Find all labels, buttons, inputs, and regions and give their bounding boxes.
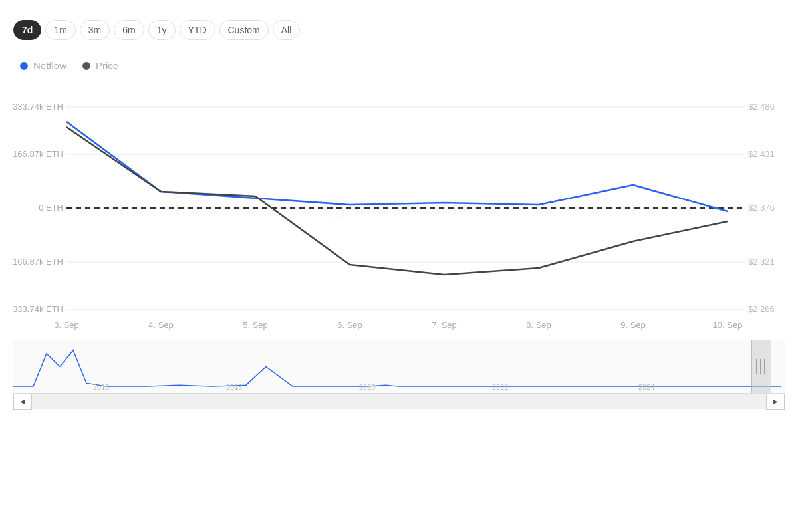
- svg-text:9. Sep: 9. Sep: [620, 320, 646, 330]
- mini-chart: 2016 2018 2020 2022 2024: [13, 340, 785, 393]
- time-btn-1y[interactable]: 1y: [148, 20, 176, 40]
- scroll-right-btn[interactable]: ▶: [766, 394, 785, 410]
- svg-text:-333.74k ETH: -333.74k ETH: [13, 304, 63, 314]
- time-range-bar: 7d1m3m6m1yYTDCustomAll: [13, 13, 785, 47]
- scrollbar[interactable]: ◀ ▶: [13, 393, 785, 409]
- scroll-track[interactable]: [32, 394, 766, 409]
- svg-text:0 ETH: 0 ETH: [39, 203, 63, 213]
- price-dot: [82, 62, 90, 70]
- legend-price: Price: [82, 60, 118, 71]
- svg-text:2018: 2018: [226, 383, 242, 391]
- netflow-dot: [20, 62, 28, 70]
- svg-text:2022: 2022: [492, 383, 508, 391]
- svg-text:10. Sep: 10. Sep: [713, 320, 743, 330]
- svg-text:3. Sep: 3. Sep: [54, 320, 79, 330]
- chart-wrapper: IntoTheBlock 333.74k ETH 166.87k ETH 0 E…: [13, 82, 785, 409]
- svg-text:5. Sep: 5. Sep: [243, 320, 268, 330]
- legend-netflow: Netflow: [20, 60, 66, 71]
- chart-svg: 333.74k ETH 166.87k ETH 0 ETH -166.87k E…: [13, 82, 785, 334]
- time-btn-7d[interactable]: 7d: [13, 20, 41, 40]
- svg-text:-166.87k ETH: -166.87k ETH: [13, 257, 63, 267]
- svg-text:8. Sep: 8. Sep: [526, 320, 551, 330]
- time-btn-3m[interactable]: 3m: [80, 20, 110, 40]
- time-btn-1m[interactable]: 1m: [45, 20, 75, 40]
- svg-text:7. Sep: 7. Sep: [432, 320, 457, 330]
- svg-text:333.74k ETH: 333.74k ETH: [13, 102, 63, 112]
- legend-price-label: Price: [96, 60, 118, 71]
- svg-text:2016: 2016: [93, 383, 109, 391]
- svg-text:166.87k ETH: 166.87k ETH: [13, 149, 63, 159]
- svg-text:$2,266: $2,266: [748, 304, 775, 314]
- time-btn-custom[interactable]: Custom: [219, 20, 269, 40]
- svg-text:2024: 2024: [638, 383, 654, 391]
- svg-rect-26: [13, 340, 785, 393]
- legend-netflow-label: Netflow: [33, 60, 66, 71]
- svg-text:6. Sep: 6. Sep: [337, 320, 362, 330]
- svg-text:4. Sep: 4. Sep: [148, 320, 174, 330]
- legend: Netflow Price: [13, 60, 785, 71]
- time-btn-ytd[interactable]: YTD: [180, 20, 215, 40]
- svg-text:$2,486: $2,486: [748, 102, 775, 112]
- svg-text:$2,376: $2,376: [748, 203, 775, 213]
- main-container: 7d1m3m6m1yYTDCustomAll Netflow Price Int…: [0, 0, 798, 532]
- time-btn-6m[interactable]: 6m: [114, 20, 144, 40]
- svg-rect-32: [751, 340, 771, 393]
- svg-text:$2,321: $2,321: [748, 257, 775, 267]
- svg-text:2020: 2020: [359, 383, 375, 391]
- mini-chart-svg: 2016 2018 2020 2022 2024: [13, 340, 785, 393]
- main-chart: IntoTheBlock 333.74k ETH 166.87k ETH 0 E…: [13, 82, 785, 334]
- svg-text:$2,431: $2,431: [748, 149, 775, 159]
- time-btn-all[interactable]: All: [273, 20, 301, 40]
- scroll-left-btn[interactable]: ◀: [13, 394, 32, 410]
